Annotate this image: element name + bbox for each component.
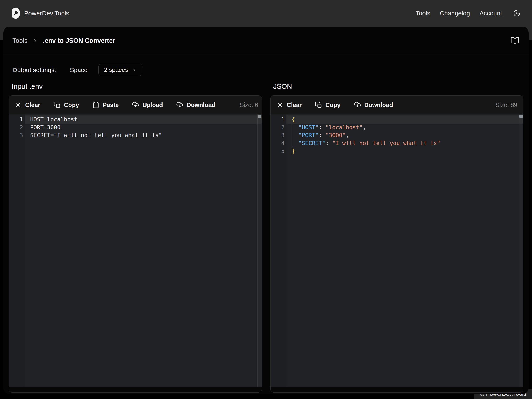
nav-changelog[interactable]: Changelog — [440, 10, 470, 17]
line-number: 2 — [9, 123, 25, 131]
caret-down-icon — [132, 68, 137, 72]
vertical-scrollbar-thumb[interactable] — [258, 114, 261, 118]
tool-label: Upload — [142, 102, 163, 108]
code-line-2[interactable]: 2PORT=3000 — [9, 123, 262, 131]
x-icon — [15, 101, 22, 108]
upload-button[interactable]: Upload — [132, 101, 163, 108]
line-number: 5 — [271, 147, 286, 155]
line-number: 2 — [271, 123, 286, 131]
code-line-content[interactable]: HOST=localhost — [25, 115, 262, 123]
tool-label: Copy — [325, 102, 341, 108]
brand-name: PowerDev.Tools — [24, 10, 69, 17]
converter-panels: Input .env ClearCopyPasteUploadDownload … — [9, 82, 523, 393]
copy-icon — [315, 101, 322, 108]
json-panel: ClearCopyDownload Size: 89 1{2 "HOST": "… — [270, 95, 524, 393]
download-cloud-icon — [176, 101, 183, 108]
moon-icon — [513, 10, 520, 17]
code-line-5[interactable]: 5} — [271, 147, 523, 155]
space-label: Space — [70, 66, 88, 74]
code-line-content[interactable]: SECRET="I will not tell you what it is" — [25, 131, 262, 139]
line-number: 3 — [271, 131, 286, 139]
copy-button[interactable]: Copy — [315, 101, 341, 108]
code-line-2[interactable]: 2 "HOST": "localhost", — [271, 123, 523, 131]
code-line-3[interactable]: 3SECRET="I will not tell you what it is" — [9, 131, 262, 139]
code-line-1[interactable]: 1HOST=localhost — [9, 115, 262, 123]
page-title: .env to JSON Converter — [43, 37, 115, 44]
output-settings-row: Output settings: Space 2 spaces — [13, 64, 519, 76]
vertical-scrollbar-thumb[interactable] — [519, 114, 523, 118]
paste-button[interactable]: Paste — [92, 101, 119, 108]
code-line-content[interactable]: { — [286, 115, 523, 123]
indent-size-select[interactable]: 2 spaces — [98, 64, 142, 76]
output-settings-label: Output settings: — [13, 66, 56, 74]
top-header: PowerDev.Tools Tools Changelog Account — [0, 0, 532, 27]
code-line-content[interactable]: "PORT": "3000", — [286, 131, 523, 139]
header-nav: Tools Changelog Account — [416, 10, 520, 17]
line-number: 1 — [9, 115, 25, 123]
code-line-content[interactable]: "HOST": "localhost", — [286, 123, 523, 131]
download-cloud-icon — [354, 101, 361, 108]
x-icon — [276, 101, 284, 108]
input-toolbar: ClearCopyPasteUploadDownload Size: 6 — [9, 95, 262, 114]
env-code-lines: 1HOST=localhost2PORT=30003SECRET="I will… — [9, 114, 262, 139]
book-open-icon — [510, 36, 519, 45]
main-area: © PowerDev.Tools Tools .env to JSON Conv… — [0, 27, 532, 399]
nav-tools[interactable]: Tools — [416, 10, 430, 17]
line-number-gutter — [9, 114, 25, 387]
line-number: 3 — [9, 131, 25, 139]
vertical-scrollbar[interactable] — [258, 114, 262, 387]
paste-icon — [92, 101, 99, 108]
line-number-gutter — [271, 114, 286, 387]
tool-label: Clear — [25, 102, 40, 108]
input-column: Input .env ClearCopyPasteUploadDownload … — [9, 82, 262, 393]
env-input-editor[interactable]: 1HOST=localhost2PORT=30003SECRET="I will… — [9, 114, 262, 387]
horizontal-scrollbar[interactable] — [9, 387, 262, 392]
download-button[interactable]: Download — [354, 101, 393, 108]
line-number: 4 — [271, 139, 286, 147]
json-panel-title: JSON — [273, 82, 524, 90]
input-panel: ClearCopyPasteUploadDownload Size: 6 1HO… — [9, 95, 262, 393]
json-toolbar: ClearCopyDownload Size: 89 — [271, 95, 523, 114]
theme-toggle-button[interactable] — [513, 10, 520, 17]
code-line-content[interactable]: "SECRET": "I will not tell you what it i… — [286, 139, 523, 147]
nav-account[interactable]: Account — [480, 10, 502, 17]
copy-button[interactable]: Copy — [54, 101, 79, 108]
code-line-content[interactable]: } — [286, 147, 523, 155]
code-line-4[interactable]: 4 "SECRET": "I will not tell you what it… — [271, 139, 523, 147]
line-number: 1 — [271, 115, 286, 123]
clear-button[interactable]: Clear — [276, 101, 302, 108]
tool-label: Download — [364, 102, 393, 108]
code-line-1[interactable]: 1{ — [271, 115, 523, 123]
code-line-content[interactable]: PORT=3000 — [25, 123, 262, 131]
json-output-editor[interactable]: 1{2 "HOST": "localhost",3 "PORT": "3000"… — [271, 114, 523, 387]
download-button[interactable]: Download — [176, 101, 215, 108]
breadcrumb-tools-link[interactable]: Tools — [13, 37, 27, 44]
indent-size-value: 2 spaces — [104, 66, 128, 73]
json-code-lines: 1{2 "HOST": "localhost",3 "PORT": "3000"… — [271, 114, 523, 155]
brand[interactable]: PowerDev.Tools — [12, 8, 69, 19]
copy-icon — [54, 101, 61, 108]
json-size-label: Size: 89 — [495, 102, 517, 108]
vertical-scrollbar[interactable] — [519, 114, 523, 387]
breadcrumb: Tools .env to JSON Converter — [3, 27, 529, 54]
docs-button[interactable] — [510, 36, 519, 45]
tool-label: Download — [187, 102, 215, 108]
input-toolbar-tools: ClearCopyPasteUploadDownload — [15, 101, 228, 108]
input-size-label: Size: 6 — [240, 102, 258, 108]
json-toolbar-tools: ClearCopyDownload — [276, 101, 406, 108]
chevron-right-icon — [32, 38, 38, 44]
content-card: Tools .env to JSON Converter Output sett… — [3, 27, 529, 394]
tool-label: Paste — [103, 102, 119, 108]
wrench-logo-icon — [12, 8, 19, 19]
code-line-3[interactable]: 3 "PORT": "3000", — [271, 131, 523, 139]
tool-label: Copy — [64, 102, 79, 108]
input-panel-title: Input .env — [12, 82, 262, 90]
upload-cloud-icon — [132, 101, 139, 108]
horizontal-scrollbar[interactable] — [271, 387, 523, 392]
tool-label: Clear — [287, 102, 302, 108]
indent-guide — [292, 123, 292, 147]
output-column: JSON ClearCopyDownload Size: 89 1{2 "HOS… — [270, 82, 524, 393]
clear-button[interactable]: Clear — [15, 101, 40, 108]
